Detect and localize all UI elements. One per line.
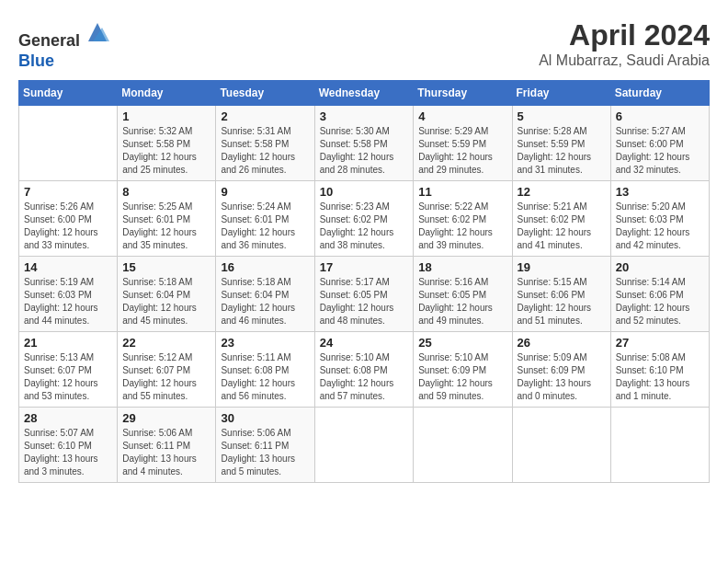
- day-number: 16: [221, 260, 309, 274]
- day-detail: Sunrise: 5:08 AM Sunset: 6:10 PM Dayligh…: [616, 351, 704, 403]
- calendar-cell: 5Sunrise: 5:28 AM Sunset: 5:59 PM Daylig…: [512, 106, 610, 181]
- day-detail: Sunrise: 5:24 AM Sunset: 6:01 PM Dayligh…: [221, 201, 309, 252]
- calendar-cell: 12Sunrise: 5:21 AM Sunset: 6:02 PM Dayli…: [512, 181, 610, 257]
- calendar-cell: 24Sunrise: 5:10 AM Sunset: 6:08 PM Dayli…: [314, 332, 414, 408]
- calendar-cell: 9Sunrise: 5:24 AM Sunset: 6:01 PM Daylig…: [216, 181, 314, 257]
- day-detail: Sunrise: 5:31 AM Sunset: 5:58 PM Dayligh…: [221, 125, 309, 177]
- day-detail: Sunrise: 5:17 AM Sunset: 6:05 PM Dayligh…: [320, 276, 409, 327]
- calendar-cell: 15Sunrise: 5:18 AM Sunset: 6:04 PM Dayli…: [118, 257, 216, 332]
- day-detail: Sunrise: 5:21 AM Sunset: 6:02 PM Dayligh…: [518, 201, 606, 252]
- day-number: 12: [518, 185, 606, 199]
- day-number: 2: [221, 109, 309, 123]
- day-detail: Sunrise: 5:25 AM Sunset: 6:01 PM Dayligh…: [122, 201, 210, 252]
- calendar-cell: 23Sunrise: 5:11 AM Sunset: 6:08 PM Dayli…: [216, 332, 314, 408]
- calendar-cell: 21Sunrise: 5:13 AM Sunset: 6:07 PM Dayli…: [19, 332, 118, 408]
- calendar-cell: 19Sunrise: 5:15 AM Sunset: 6:06 PM Dayli…: [512, 257, 610, 332]
- calendar-cell: [19, 106, 118, 181]
- day-number: 23: [221, 336, 309, 350]
- header: General Blue April 2024 Al Mubarraz, Sau…: [18, 18, 710, 71]
- day-number: 15: [122, 260, 210, 274]
- day-detail: Sunrise: 5:27 AM Sunset: 6:00 PM Dayligh…: [616, 125, 704, 177]
- weekday-header-monday: Monday: [118, 81, 216, 106]
- day-detail: Sunrise: 5:12 AM Sunset: 6:07 PM Dayligh…: [122, 351, 210, 403]
- day-number: 28: [24, 411, 112, 425]
- day-detail: Sunrise: 5:19 AM Sunset: 6:03 PM Dayligh…: [24, 276, 112, 327]
- day-number: 9: [221, 185, 309, 199]
- calendar-cell: 4Sunrise: 5:29 AM Sunset: 5:59 PM Daylig…: [414, 106, 512, 181]
- logo-blue: Blue: [18, 52, 54, 70]
- day-detail: Sunrise: 5:18 AM Sunset: 6:04 PM Dayligh…: [122, 276, 210, 327]
- day-detail: Sunrise: 5:29 AM Sunset: 5:59 PM Dayligh…: [418, 125, 506, 177]
- day-number: 3: [320, 109, 409, 123]
- day-number: 18: [418, 260, 506, 274]
- day-number: 29: [122, 411, 210, 425]
- day-number: 26: [518, 336, 606, 350]
- calendar-cell: [610, 408, 709, 483]
- day-detail: Sunrise: 5:26 AM Sunset: 6:00 PM Dayligh…: [24, 201, 112, 252]
- logo: General Blue: [18, 18, 111, 71]
- calendar-cell: 10Sunrise: 5:23 AM Sunset: 6:02 PM Dayli…: [314, 181, 414, 257]
- day-number: 19: [518, 260, 606, 274]
- calendar-cell: 29Sunrise: 5:06 AM Sunset: 6:11 PM Dayli…: [118, 408, 216, 483]
- calendar-cell: 11Sunrise: 5:22 AM Sunset: 6:02 PM Dayli…: [414, 181, 512, 257]
- calendar: SundayMondayTuesdayWednesdayThursdayFrid…: [18, 80, 710, 483]
- day-number: 27: [616, 336, 704, 350]
- day-detail: Sunrise: 5:10 AM Sunset: 6:09 PM Dayligh…: [418, 351, 506, 403]
- calendar-cell: 8Sunrise: 5:25 AM Sunset: 6:01 PM Daylig…: [118, 181, 216, 257]
- day-detail: Sunrise: 5:14 AM Sunset: 6:06 PM Dayligh…: [616, 276, 704, 327]
- day-detail: Sunrise: 5:07 AM Sunset: 6:10 PM Dayligh…: [24, 427, 112, 478]
- calendar-cell: 1Sunrise: 5:32 AM Sunset: 5:58 PM Daylig…: [118, 106, 216, 181]
- day-number: 7: [24, 185, 112, 199]
- day-number: 1: [122, 109, 210, 123]
- weekday-header-tuesday: Tuesday: [216, 81, 314, 106]
- calendar-cell: 30Sunrise: 5:06 AM Sunset: 6:11 PM Dayli…: [216, 408, 314, 483]
- day-detail: Sunrise: 5:11 AM Sunset: 6:08 PM Dayligh…: [221, 351, 309, 403]
- calendar-cell: 3Sunrise: 5:30 AM Sunset: 5:58 PM Daylig…: [314, 106, 414, 181]
- calendar-cell: 14Sunrise: 5:19 AM Sunset: 6:03 PM Dayli…: [19, 257, 118, 332]
- calendar-cell: 26Sunrise: 5:09 AM Sunset: 6:09 PM Dayli…: [512, 332, 610, 408]
- calendar-cell: 25Sunrise: 5:10 AM Sunset: 6:09 PM Dayli…: [414, 332, 512, 408]
- day-detail: Sunrise: 5:20 AM Sunset: 6:03 PM Dayligh…: [616, 201, 704, 252]
- day-number: 20: [616, 260, 704, 274]
- day-detail: Sunrise: 5:32 AM Sunset: 5:58 PM Dayligh…: [122, 125, 210, 177]
- calendar-cell: [414, 408, 512, 483]
- day-detail: Sunrise: 5:06 AM Sunset: 6:11 PM Dayligh…: [122, 427, 210, 478]
- day-number: 4: [418, 109, 506, 123]
- day-number: 25: [418, 336, 506, 350]
- calendar-cell: 7Sunrise: 5:26 AM Sunset: 6:00 PM Daylig…: [19, 181, 118, 257]
- day-detail: Sunrise: 5:28 AM Sunset: 5:59 PM Dayligh…: [518, 125, 606, 177]
- calendar-cell: 13Sunrise: 5:20 AM Sunset: 6:03 PM Dayli…: [610, 181, 709, 257]
- calendar-cell: 2Sunrise: 5:31 AM Sunset: 5:58 PM Daylig…: [216, 106, 314, 181]
- calendar-cell: [314, 408, 414, 483]
- calendar-cell: 28Sunrise: 5:07 AM Sunset: 6:10 PM Dayli…: [19, 408, 118, 483]
- day-detail: Sunrise: 5:16 AM Sunset: 6:05 PM Dayligh…: [418, 276, 506, 327]
- day-detail: Sunrise: 5:18 AM Sunset: 6:04 PM Dayligh…: [221, 276, 309, 327]
- week-row-4: 21Sunrise: 5:13 AM Sunset: 6:07 PM Dayli…: [19, 332, 710, 408]
- title-area: April 2024 Al Mubarraz, Saudi Arabia: [539, 18, 710, 69]
- day-number: 24: [320, 336, 409, 350]
- day-number: 5: [518, 109, 606, 123]
- day-number: 8: [122, 185, 210, 199]
- calendar-cell: 17Sunrise: 5:17 AM Sunset: 6:05 PM Dayli…: [314, 257, 414, 332]
- week-row-2: 7Sunrise: 5:26 AM Sunset: 6:00 PM Daylig…: [19, 181, 710, 257]
- weekday-header-row: SundayMondayTuesdayWednesdayThursdayFrid…: [19, 81, 710, 106]
- day-number: 10: [320, 185, 409, 199]
- weekday-header-saturday: Saturday: [610, 81, 709, 106]
- day-detail: Sunrise: 5:10 AM Sunset: 6:08 PM Dayligh…: [320, 351, 409, 403]
- day-number: 13: [616, 185, 704, 199]
- week-row-1: 1Sunrise: 5:32 AM Sunset: 5:58 PM Daylig…: [19, 106, 710, 181]
- week-row-3: 14Sunrise: 5:19 AM Sunset: 6:03 PM Dayli…: [19, 257, 710, 332]
- day-detail: Sunrise: 5:22 AM Sunset: 6:02 PM Dayligh…: [418, 201, 506, 252]
- day-number: 17: [320, 260, 409, 274]
- weekday-header-sunday: Sunday: [19, 81, 118, 106]
- day-detail: Sunrise: 5:06 AM Sunset: 6:11 PM Dayligh…: [221, 427, 309, 478]
- logo-general: General: [18, 31, 80, 50]
- weekday-header-wednesday: Wednesday: [314, 81, 414, 106]
- calendar-cell: [512, 408, 610, 483]
- day-number: 14: [24, 260, 112, 274]
- day-number: 6: [616, 109, 704, 123]
- day-number: 30: [221, 411, 309, 425]
- day-number: 22: [122, 336, 210, 350]
- day-detail: Sunrise: 5:13 AM Sunset: 6:07 PM Dayligh…: [24, 351, 112, 403]
- calendar-cell: 22Sunrise: 5:12 AM Sunset: 6:07 PM Dayli…: [118, 332, 216, 408]
